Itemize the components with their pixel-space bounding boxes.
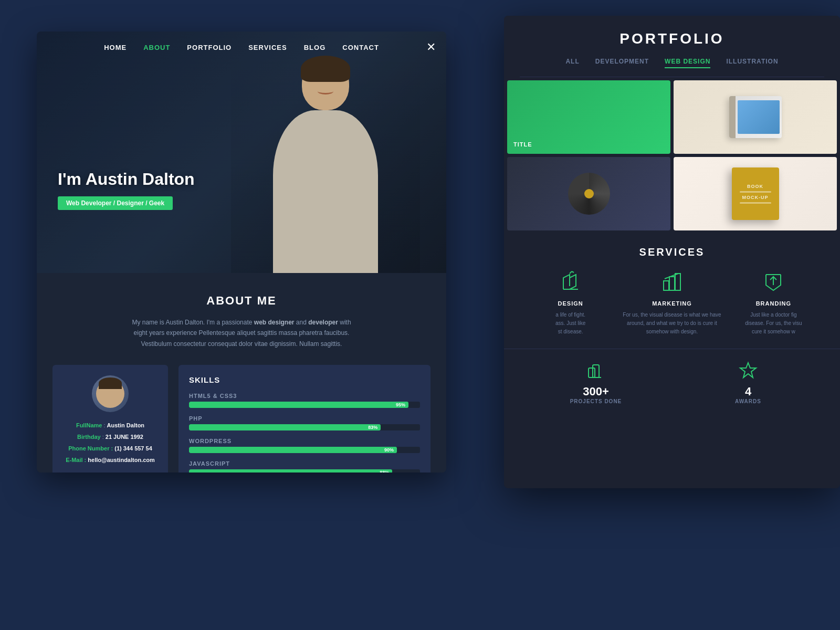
service-design-name: DESIGN: [520, 300, 621, 307]
nav-blog[interactable]: BLOG: [304, 44, 326, 51]
skill-php: PHP 83%: [189, 415, 420, 430]
svg-marker-12: [740, 363, 756, 377]
book-cover: [738, 100, 780, 134]
portfolio-item-book[interactable]: [674, 80, 837, 154]
stat-awards: 4 AWARDS: [672, 360, 824, 404]
email-field: E-Mail : hello@austindalton.com: [61, 454, 160, 466]
service-branding: BRANDING Just like a doctor figdisease. …: [723, 269, 824, 336]
tab-web-design[interactable]: WEB DESIGN: [665, 58, 710, 68]
nav-about[interactable]: ABOUT: [143, 44, 170, 51]
svg-line-1: [570, 271, 572, 274]
hero-name: I'm Austin Dalton: [58, 170, 195, 189]
svg-rect-9: [589, 368, 595, 377]
tab-development[interactable]: DEVELOPMENT: [595, 58, 649, 68]
services-title: SERVICES: [520, 246, 824, 258]
hero-person-image: [231, 42, 420, 273]
vinyl-center: [584, 189, 594, 198]
portfolio-item-circle[interactable]: [507, 157, 670, 230]
projects-label: PROJECTS DONE: [520, 398, 672, 404]
nav-contact[interactable]: CONTACT: [342, 44, 379, 51]
nav-services[interactable]: SERVICES: [248, 44, 287, 51]
service-marketing-name: MARKETING: [621, 300, 722, 307]
service-design-desc: a life of fight.ass. Just likest disease…: [520, 311, 621, 336]
profile-row: FullName : Austin Dalton Birthday : 21 J…: [52, 365, 430, 472]
portfolio-header: PORTFOLIO ALL DEVELOPMENT WEB DESIGN ILL…: [504, 16, 840, 77]
portfolio-item-yellowbook[interactable]: BOOK MOCK-UP: [674, 157, 837, 230]
portfolio-title: PORTFOLIO: [520, 30, 824, 47]
stat-projects: 300+ PROJECTS DONE: [520, 360, 672, 404]
svg-line-2: [572, 271, 574, 272]
main-nav: HOME ABOUT PORTFOLIO SERVICES BLOG CONTA…: [37, 32, 446, 63]
service-design: DESIGN a life of fight.ass. Just likest …: [520, 269, 621, 336]
fullname-field: FullName : Austin Dalton: [61, 419, 160, 431]
about-description: My name is Austin Dalton. I'm a passiona…: [131, 317, 352, 349]
projects-count: 300+: [520, 385, 672, 398]
stats-row: 300+ PROJECTS DONE 4 AWARDS: [504, 349, 840, 404]
skill-wordpress: WORDPRESS 90%: [189, 438, 420, 453]
about-title: ABOUT ME: [52, 294, 430, 308]
svg-rect-5: [675, 274, 680, 290]
portfolio-grid: TITLE BOOK MOCK-UP: [504, 77, 840, 234]
svg-rect-4: [669, 277, 675, 290]
svg-line-6: [665, 274, 678, 279]
portfolio-item-green[interactable]: TITLE: [507, 80, 670, 154]
close-icon[interactable]: ✕: [426, 40, 436, 54]
awards-label: AWARDS: [672, 398, 824, 404]
about-section: ABOUT ME My name is Austin Dalton. I'm a…: [37, 273, 446, 472]
tab-all[interactable]: ALL: [565, 58, 579, 68]
yellow-book-mockup: BOOK MOCK-UP: [732, 167, 779, 220]
service-branding-desc: Just like a doctor figdisease. For us, t…: [723, 311, 824, 336]
hero-badge: Web Developer / Designer / Geek: [58, 196, 173, 210]
skill-javascript: JAVASCRIPT 88%: [189, 460, 420, 472]
skills-title: SKILLS: [189, 375, 420, 384]
skill-html: HTML5 & CSS3 95%: [189, 393, 420, 408]
portfolio-tabs: ALL DEVELOPMENT WEB DESIGN ILLUSTRATION: [520, 58, 824, 77]
main-card: HOME ABOUT PORTFOLIO SERVICES BLOG CONTA…: [37, 32, 446, 472]
portfolio-item-label: TITLE: [513, 141, 532, 148]
service-marketing-desc: For us, the visual disease is what we ha…: [621, 311, 722, 336]
skills-panel: SKILLS HTML5 & CSS3 95% PHP 83%: [178, 365, 430, 472]
book-mockup: [729, 96, 782, 138]
avatar: [92, 375, 129, 412]
svg-rect-10: [593, 365, 599, 377]
services-section: SERVICES DESIGN a life of fight.ass. Jus…: [504, 234, 840, 349]
vinyl-record: [568, 173, 610, 215]
services-row: DESIGN a life of fight.ass. Just likest …: [520, 269, 824, 336]
profile-info: FullName : Austin Dalton Birthday : 21 J…: [61, 419, 160, 466]
service-marketing: MARKETING For us, the visual disease is …: [621, 269, 722, 336]
book-spine: [729, 96, 736, 138]
tab-illustration[interactable]: ILLUSTRATION: [726, 58, 778, 68]
service-branding-name: BRANDING: [723, 300, 824, 307]
svg-rect-3: [664, 281, 669, 290]
branding-icon: [760, 269, 786, 295]
clients-icon: [585, 360, 606, 381]
hero-section: I'm Austin Dalton Web Developer / Design…: [37, 32, 446, 273]
awards-count: 4: [672, 385, 824, 398]
portfolio-card: PORTFOLIO ALL DEVELOPMENT WEB DESIGN ILL…: [504, 16, 840, 488]
nav-portfolio[interactable]: PORTFOLIO: [187, 44, 232, 51]
birthday-field: Birthday : 21 JUNE 1992: [61, 431, 160, 443]
phone-field: Phone Number : (1) 344 557 54: [61, 443, 160, 454]
nav-home[interactable]: HOME: [104, 44, 127, 51]
hero-text: I'm Austin Dalton Web Developer / Design…: [58, 170, 195, 210]
design-icon: [558, 269, 584, 295]
awards-icon: [738, 360, 759, 381]
marketing-icon: [659, 269, 685, 295]
avatar-hair: [99, 377, 122, 389]
profile-card: FullName : Austin Dalton Birthday : 21 J…: [52, 365, 168, 472]
